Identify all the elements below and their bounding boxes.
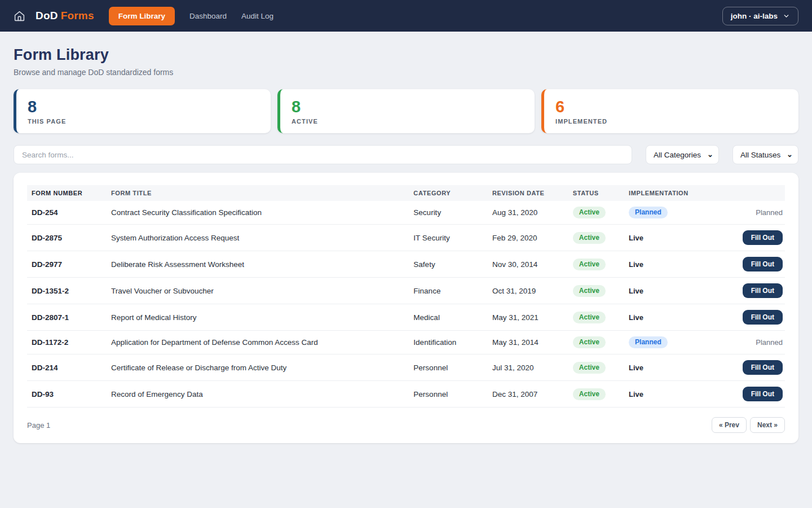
- header-form-title: FORM TITLE: [107, 185, 409, 201]
- status-badge: Active: [573, 232, 606, 244]
- fill-out-button[interactable]: Fill Out: [743, 360, 783, 375]
- filters-bar: All Categories ⌄ All Statuses ⌄: [14, 145, 798, 164]
- implementation-cell: Planned: [624, 201, 723, 225]
- form-number-cell: DD-1172-2: [27, 331, 107, 354]
- category-cell: Identification: [409, 331, 488, 354]
- category-cell: Safety: [409, 251, 488, 278]
- form-number-cell: DD-2875: [27, 225, 107, 251]
- action-cell: Fill Out: [723, 304, 785, 331]
- implementation-live-label: Live: [629, 260, 643, 269]
- form-title-cell: Record of Emergency Data: [107, 381, 409, 408]
- brand-logo: DoDForms: [36, 10, 94, 22]
- page-title: Form Library: [14, 46, 798, 64]
- action-cell: Planned: [723, 331, 785, 354]
- stat-card-active: 8 ACTIVE: [277, 89, 535, 133]
- revision-date-cell: Feb 29, 2020: [488, 225, 568, 251]
- chevron-down-icon: [783, 12, 790, 20]
- table-footer: Page 1 « Prev Next »: [27, 417, 785, 433]
- forms-table: FORM NUMBER FORM TITLE CATEGORY REVISION…: [27, 185, 785, 408]
- header-status: STATUS: [568, 185, 624, 201]
- stat-value: 8: [28, 98, 259, 115]
- form-title-cell: Contract Security Classification Specifi…: [107, 201, 409, 225]
- revision-date-cell: Aug 31, 2020: [488, 201, 568, 225]
- header-form-number: FORM NUMBER: [27, 185, 107, 201]
- category-cell: IT Security: [409, 225, 488, 251]
- nav-item-dashboard[interactable]: Dashboard: [189, 7, 227, 25]
- header-category: CATEGORY: [409, 185, 488, 201]
- implementation-planned-badge: Planned: [629, 207, 668, 218]
- category-cell: Medical: [409, 304, 488, 331]
- category-select[interactable]: All Categories: [646, 145, 719, 164]
- main-content: Form Library Browse and manage DoD stand…: [0, 46, 812, 443]
- implementation-live-label: Live: [629, 364, 643, 372]
- implementation-live-label: Live: [629, 234, 643, 242]
- table-row: DD-1351-2Travel Voucher or SubvoucherFin…: [27, 278, 785, 304]
- stat-label: IMPLEMENTED: [555, 118, 787, 125]
- action-cell: Fill Out: [723, 225, 785, 251]
- fill-out-button[interactable]: Fill Out: [743, 310, 783, 325]
- search-input[interactable]: [14, 145, 632, 164]
- fill-out-button[interactable]: Fill Out: [743, 230, 783, 245]
- revision-date-cell: May 31, 2021: [488, 304, 568, 331]
- status-badge: Active: [573, 362, 606, 374]
- header-implementation: IMPLEMENTATION: [624, 185, 723, 201]
- page-indicator: Page 1: [27, 421, 50, 430]
- implementation-live-label: Live: [629, 287, 643, 295]
- forms-table-card: FORM NUMBER FORM TITLE CATEGORY REVISION…: [14, 173, 798, 443]
- user-label: john · ai-labs: [731, 12, 778, 20]
- table-row: DD-254Contract Security Classification S…: [27, 201, 785, 225]
- form-title-cell: Application for Department of Defense Co…: [107, 331, 409, 354]
- fill-out-button[interactable]: Fill Out: [743, 257, 783, 271]
- home-icon[interactable]: [14, 10, 25, 22]
- form-number-cell: DD-254: [27, 201, 107, 225]
- category-cell: Finance: [409, 278, 488, 304]
- nav-item-form-library[interactable]: Form Library: [109, 7, 175, 25]
- category-cell: Personnel: [409, 354, 488, 381]
- fill-out-button[interactable]: Fill Out: [743, 387, 783, 401]
- implementation-cell: Live: [624, 225, 723, 251]
- implementation-live-label: Live: [629, 390, 643, 398]
- table-row: DD-1172-2Application for Department of D…: [27, 331, 785, 354]
- form-title-cell: Report of Medical History: [107, 304, 409, 331]
- category-cell: Personnel: [409, 381, 488, 408]
- status-cell: Active: [568, 201, 624, 225]
- stat-value: 6: [555, 98, 787, 115]
- header-actions: [723, 185, 785, 201]
- fill-out-button[interactable]: Fill Out: [743, 283, 783, 298]
- brand-prefix: DoD: [36, 10, 58, 21]
- status-cell: Active: [568, 251, 624, 278]
- revision-date-cell: Dec 31, 2007: [488, 381, 568, 408]
- implementation-cell: Planned: [624, 331, 723, 354]
- status-badge: Active: [573, 285, 606, 297]
- header-revision-date: REVISION DATE: [488, 185, 568, 201]
- implementation-planned-badge: Planned: [629, 336, 668, 348]
- prev-page-button[interactable]: « Prev: [712, 417, 747, 433]
- action-planned-label: Planned: [756, 338, 783, 347]
- navbar: DoDForms Form Library Dashboard Audit Lo…: [0, 0, 812, 32]
- action-cell: Fill Out: [723, 381, 785, 408]
- action-planned-label: Planned: [756, 208, 783, 217]
- form-number-cell: DD-2807-1: [27, 304, 107, 331]
- status-badge: Active: [573, 259, 606, 270]
- form-title-cell: Deliberate Risk Assessment Worksheet: [107, 251, 409, 278]
- table-row: DD-2875System Authorization Access Reque…: [27, 225, 785, 251]
- table-row: DD-2807-1Report of Medical HistoryMedica…: [27, 304, 785, 331]
- status-cell: Active: [568, 381, 624, 408]
- next-page-button[interactable]: Next »: [750, 417, 785, 433]
- nav-item-audit-log[interactable]: Audit Log: [241, 7, 273, 25]
- action-cell: Fill Out: [723, 251, 785, 278]
- status-cell: Active: [568, 331, 624, 354]
- forms-table-body: DD-254Contract Security Classification S…: [27, 201, 785, 408]
- user-menu-button[interactable]: john · ai-labs: [722, 7, 798, 25]
- status-badge: Active: [573, 388, 606, 400]
- stat-card-this-page: 8 THIS PAGE: [14, 89, 271, 133]
- status-cell: Active: [568, 354, 624, 381]
- status-badge: Active: [573, 312, 606, 323]
- revision-date-cell: Nov 30, 2014: [488, 251, 568, 278]
- status-select[interactable]: All Statuses: [732, 145, 798, 164]
- implementation-cell: Live: [624, 278, 723, 304]
- table-row: DD-93Record of Emergency DataPersonnelDe…: [27, 381, 785, 408]
- stat-value: 8: [292, 98, 523, 115]
- nav-links: Form Library Dashboard Audit Log: [109, 7, 273, 25]
- revision-date-cell: May 31, 2014: [488, 331, 568, 354]
